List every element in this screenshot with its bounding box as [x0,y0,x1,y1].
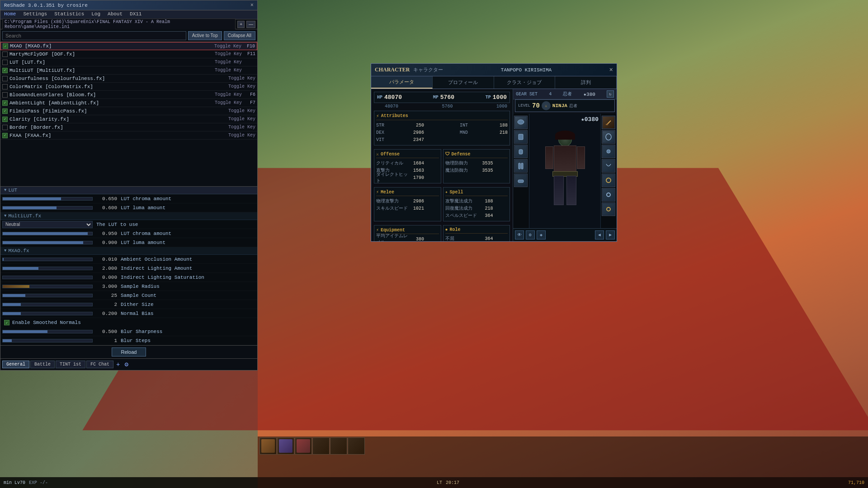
shader-item-bloom[interactable]: BloomAndLensFlares [Bloom.fx] Toggle Key… [0,91,257,99]
shader-checkbox-filmic[interactable] [2,108,8,114]
menu-dx11[interactable]: DX11 [128,11,143,18]
shader-checkbox-marty[interactable] [2,52,8,57]
gear-refresh-btn[interactable]: ↻ [607,90,614,98]
reshade-close-btn[interactable]: × [250,2,254,9]
shader-checkbox-border[interactable] [2,125,8,130]
shader-item-colormatrix[interactable]: ColorMatrix [ColorMatrix.fx] Toggle Key [0,83,257,91]
mxao-ao-amount-slider[interactable] [2,258,93,261]
shader-checkbox-colourfulness[interactable] [2,76,8,81]
hotbar-slot-1[interactable] [259,437,277,455]
shader-checkbox-ambient[interactable] [2,100,8,106]
shader-item-marty[interactable]: MartyMcFlyDOF [DOF.fx] Toggle Key F11 [0,50,257,58]
shader-checkbox-multilut[interactable] [2,68,8,73]
spell-label: Spell [450,190,463,195]
defense-magic-row: 魔法防御力 3535 [445,167,508,174]
svg-point-0 [518,120,524,124]
char-tab-jobs[interactable]: クラス・ジョブ [494,76,556,89]
smoothed-normals-checkbox[interactable] [4,320,9,325]
gear-slot-earring[interactable] [602,145,615,158]
reload-btn[interactable]: Reload [112,347,146,357]
tab-tint[interactable]: TINT 1st [56,361,85,368]
mxao-normal-bias-slider[interactable] [2,312,93,315]
gear-slot-ring1[interactable] [602,188,615,202]
char-action-materia[interactable]: ◈ [537,230,546,239]
tab-settings-btn[interactable]: ⚙ [123,361,130,368]
spell-atk-name: 攻撃魔法成力 [445,198,477,204]
hotbar-slot-4[interactable] [312,437,330,455]
mxao-dither-size-slider[interactable] [2,303,93,306]
shader-checkbox-colormatrix[interactable] [2,84,8,89]
char-action-prev[interactable]: ◄ [595,230,604,239]
menu-home[interactable]: Home [2,11,18,18]
char-gear-body: ★0380 [513,114,617,228]
gear-slot-ring2[interactable] [602,202,615,216]
shader-item-fxaa[interactable]: FXAA [FXAA.fx] Toggle Key [0,131,257,140]
char-action-examine[interactable]: 👁 [515,230,524,239]
shader-checkbox-bloom[interactable] [2,92,8,98]
multilut-luma-slider[interactable] [2,241,93,244]
shader-item-lut[interactable]: LUT [LUT.fx] Toggle Key [0,58,257,66]
shader-checkbox-clarity[interactable] [2,117,8,122]
mxao-section-header[interactable]: ▼ MXAO.fx [0,247,257,255]
shader-item-multilut[interactable]: MultiLUT [MultiLUT.fx] Toggle Key [0,66,257,75]
gear-slot-body[interactable] [514,130,528,144]
gear-slot-necklace[interactable] [602,159,615,173]
tab-general[interactable]: General [2,361,29,368]
mxao-blur-sharpness-slider[interactable] [2,330,93,333]
gear-slots-left [513,114,529,228]
menu-log[interactable]: Log [90,11,102,18]
shader-item-mxao[interactable]: MXAO [MXAO.fx] Toggle Key F10 [0,42,257,50]
char-tab-detail[interactable]: 詳判 [555,76,617,89]
filepath-remove-btn[interactable]: — [246,21,255,28]
char-action-next[interactable]: ► [606,230,615,239]
char-action-link[interactable]: ⚙ [526,230,535,239]
gear-slot-head[interactable] [514,116,528,129]
shader-item-clarity[interactable]: Clarity [Clarity.fx] Toggle Key [0,115,257,123]
mxao-indirect-amount-slider[interactable] [2,267,93,270]
gear-slot-hands[interactable] [514,145,528,158]
lut-luma-slider[interactable] [2,206,93,210]
mxao-sample-radius-slider[interactable] [2,285,93,288]
char-tab-profile[interactable]: プロフィール [433,76,494,89]
shader-checkbox-fxaa[interactable] [2,133,8,138]
active-top-btn[interactable]: Active to Top [188,31,222,40]
collapse-all-btn[interactable]: Collapse All [224,31,255,40]
hotbar-slot-6[interactable] [348,437,365,455]
multilut-preset-select[interactable]: Neutral [2,221,93,228]
shader-item-border[interactable]: Border [Border.fx] Toggle Key [0,123,257,131]
filepath-add-btn[interactable]: + [237,21,245,28]
multilut-chroma-slider[interactable] [2,232,93,235]
shader-item-ambient[interactable]: AmbientLight [AmbientLight.fx] Toggle Ke… [0,99,257,107]
gear-slot-feet[interactable] [514,174,528,187]
shader-checkbox-mxao[interactable] [3,43,8,49]
tab-battle[interactable]: Battle [30,361,55,368]
lut-chroma-slider[interactable] [2,197,93,201]
mxao-normal-bias-value: 0.200 [94,311,117,316]
shader-item-colourfulness[interactable]: Colourfulness [Colourfulness.fx] Toggle … [0,75,257,83]
gear-slot-bracelet[interactable] [602,174,615,187]
spell-heal-val: 218 [477,206,493,211]
gear-slot-offhand[interactable] [602,130,615,144]
shader-checkbox-lut[interactable] [2,60,8,65]
char-close-btn[interactable]: × [609,66,613,74]
hotbar-slot-5[interactable] [330,437,347,455]
tab-add-btn[interactable]: + [114,361,122,368]
gear-slot-mainhand[interactable] [602,116,615,129]
mxao-indirect-sat-slider[interactable] [2,276,93,279]
attr-str-row: STR 250 INT 188 [376,122,508,129]
menu-settings[interactable]: Settings [21,11,49,18]
menu-statistics[interactable]: Statistics [52,11,86,18]
menu-about[interactable]: About [106,11,124,18]
hotbar-slot-2[interactable] [277,437,294,455]
search-input[interactable] [2,31,186,40]
mxao-sample-count-slider[interactable] [2,294,93,297]
char-tab-params[interactable]: パラメータ [371,76,433,89]
hotbar-slot-3[interactable] [295,437,312,455]
hp-label: HP [377,95,382,100]
shader-item-filmic[interactable]: FilmicPass [FilmicPass.fx] Toggle Key [0,107,257,115]
multilut-section-header[interactable]: ▼ MultiLUT.fx [0,212,257,220]
gear-slot-legs[interactable] [514,159,528,173]
tab-fc-chat[interactable]: FC Chat [86,361,113,368]
mxao-ao-amount-value: 0.010 [94,257,117,262]
mxao-blur-steps-slider[interactable] [2,339,93,343]
